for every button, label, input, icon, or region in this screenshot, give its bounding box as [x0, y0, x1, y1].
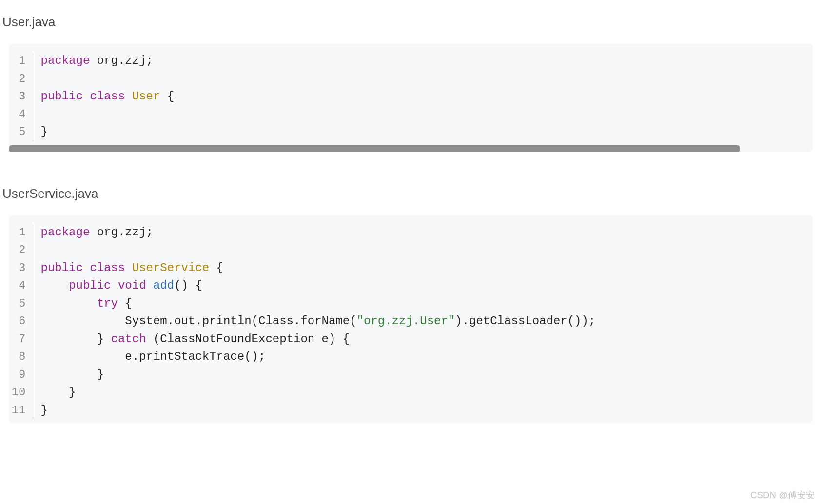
token-pln: {	[118, 297, 132, 310]
line-number: 4	[9, 277, 33, 295]
code-content: public class User {	[33, 88, 813, 106]
code-content: public void add() {	[33, 277, 813, 295]
line-number: 4	[9, 106, 33, 124]
code-line: 2	[9, 70, 813, 88]
token-pln: org.zzj;	[90, 54, 153, 67]
line-number: 3	[9, 88, 33, 106]
code-block: 1package org.zzj;2 3public class UserSer…	[9, 215, 813, 424]
token-kw: class	[90, 90, 125, 103]
code-content	[33, 241, 813, 259]
code-content: }	[33, 384, 813, 402]
code-content: package org.zzj;	[33, 52, 813, 70]
code-content: } catch (ClassNotFoundException e) {	[33, 330, 813, 349]
code-line: 11}	[9, 402, 813, 420]
line-number: 11	[9, 402, 33, 420]
code-content: }	[33, 123, 813, 141]
token-pln: }	[41, 368, 104, 381]
code-table: 1package org.zzj;2 3public class UserSer…	[9, 224, 813, 420]
token-cls: User	[132, 90, 160, 103]
token-pln: {	[209, 261, 223, 274]
token-pln	[125, 261, 132, 274]
token-pln: }	[41, 404, 48, 417]
token-kw: package	[41, 54, 90, 67]
token-pln	[41, 297, 97, 310]
code-body-0: 1package org.zzj;2 3public class User {4…	[9, 52, 813, 141]
code-line: 1package org.zzj;	[9, 224, 813, 242]
line-number: 6	[9, 312, 33, 330]
token-pln: System.out.println(Class.forName(	[41, 314, 357, 328]
code-line: 7 } catch (ClassNotFoundException e) {	[9, 330, 813, 349]
line-number: 5	[9, 123, 33, 141]
code-content: e.printStackTrace();	[33, 348, 813, 366]
code-table: 1package org.zzj;2 3public class User {4…	[9, 52, 813, 141]
line-number: 2	[9, 241, 33, 259]
code-line: 9 }	[9, 366, 813, 384]
token-pln: e.printStackTrace();	[41, 350, 266, 363]
code-line: 1package org.zzj;	[9, 52, 813, 70]
code-content: System.out.println(Class.forName("org.zz…	[33, 312, 813, 330]
line-number: 9	[9, 366, 33, 384]
gap	[2, 152, 820, 186]
token-kw: catch	[111, 332, 146, 346]
code-block: 1package org.zzj;2 3public class User {4…	[9, 43, 813, 152]
code-content: public class UserService {	[33, 259, 813, 277]
token-fn: add	[153, 279, 174, 292]
code-line: 3public class UserService {	[9, 259, 813, 277]
token-kw: class	[90, 261, 125, 274]
token-pln	[83, 261, 90, 274]
code-line: 4 public void add() {	[9, 277, 813, 295]
token-pln	[83, 90, 90, 103]
page: User.java 1package org.zzj;2 3public cla…	[0, 0, 822, 428]
code-content: }	[33, 366, 813, 384]
code-line: 10 }	[9, 384, 813, 402]
line-number: 10	[9, 384, 33, 402]
token-cls: UserService	[132, 261, 209, 274]
token-pln: org.zzj;	[90, 226, 153, 239]
token-kw: try	[97, 297, 118, 310]
file-heading: User.java	[2, 15, 820, 30]
code-body-1: 1package org.zzj;2 3public class UserSer…	[9, 224, 813, 420]
token-pln	[41, 279, 69, 292]
code-content: package org.zzj;	[33, 224, 813, 242]
token-str: "org.zzj.User"	[357, 314, 455, 328]
line-number: 8	[9, 348, 33, 366]
token-pln	[111, 279, 118, 292]
horizontal-scrollbar[interactable]	[9, 145, 740, 152]
token-pln: {	[160, 90, 174, 103]
line-number: 5	[9, 295, 33, 313]
code-line: 3public class User {	[9, 88, 813, 106]
line-number: 1	[9, 224, 33, 242]
token-pln	[146, 279, 153, 292]
scrollbar-track	[9, 145, 813, 152]
code-line: 2	[9, 241, 813, 259]
code-content	[33, 106, 813, 124]
code-line: 6 System.out.println(Class.forName("org.…	[9, 312, 813, 330]
code-content: }	[33, 402, 813, 420]
token-kw: public	[41, 90, 83, 103]
token-pln: }	[41, 332, 111, 346]
line-number: 2	[9, 70, 33, 88]
line-number: 1	[9, 52, 33, 70]
code-line: 4	[9, 106, 813, 124]
token-kw: package	[41, 226, 90, 239]
code-content	[33, 70, 813, 88]
token-pln: (ClassNotFoundException e) {	[146, 332, 350, 346]
token-pln	[125, 90, 132, 103]
token-kw: void	[118, 279, 146, 292]
token-pln: }	[41, 125, 48, 138]
code-line: 8 e.printStackTrace();	[9, 348, 813, 366]
line-number: 7	[9, 330, 33, 349]
code-line: 5 try {	[9, 295, 813, 313]
token-pln: () {	[174, 279, 202, 292]
file-heading: UserService.java	[2, 186, 820, 201]
token-pln: ).getClassLoader());	[455, 314, 595, 328]
token-kw: public	[69, 279, 111, 292]
code-line: 5}	[9, 123, 813, 141]
line-number: 3	[9, 259, 33, 277]
token-kw: public	[41, 261, 83, 274]
token-pln: }	[41, 386, 76, 399]
code-content: try {	[33, 295, 813, 313]
